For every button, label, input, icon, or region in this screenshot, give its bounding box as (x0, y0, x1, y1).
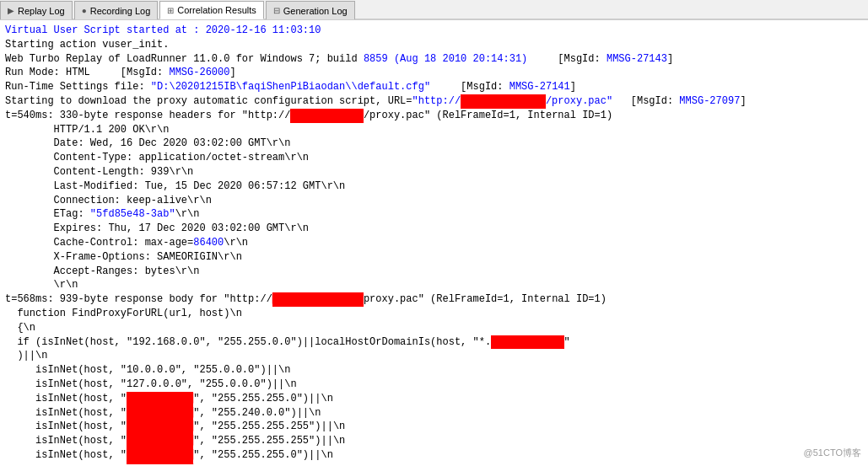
tab-bar: ▶ Replay Log ● Recording Log ⊞ Correlati… (0, 0, 868, 20)
tab-recording-log[interactable]: ● Recording Log (74, 1, 159, 19)
line-1: Virtual User Script started at : 2020-12… (5, 24, 747, 464)
tab-recording-log-label: Recording Log (90, 6, 151, 16)
tab-correlation-results[interactable]: ⊞ Correlation Results (159, 1, 264, 19)
tab-correlation-results-label: Correlation Results (177, 5, 256, 15)
replay-log-icon: ▶ (8, 6, 14, 15)
log-content: Virtual User Script started at : 2020-12… (0, 20, 868, 464)
tab-replay-log-label: Replay Log (18, 6, 65, 16)
recording-log-icon: ● (82, 6, 87, 15)
tab-replay-log[interactable]: ▶ Replay Log (0, 1, 73, 19)
generation-log-icon: ⊟ (273, 6, 280, 15)
correlation-results-icon: ⊞ (167, 6, 174, 15)
tab-generation-log[interactable]: ⊟ Generation Log (266, 1, 355, 19)
tab-generation-log-label: Generation Log (283, 6, 348, 16)
watermark: @51CTO博客 (804, 447, 861, 459)
